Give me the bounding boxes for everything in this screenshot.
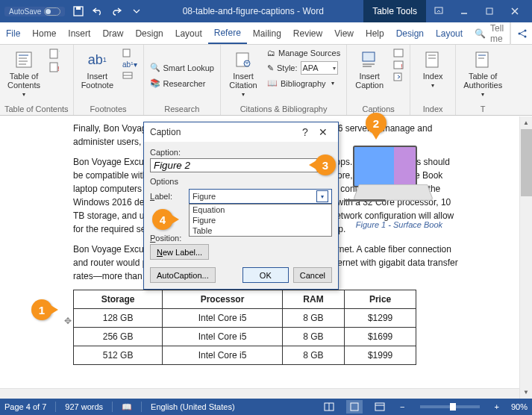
footnote-label: Insert Footnote bbox=[81, 72, 113, 90]
group-label-index: Index bbox=[415, 103, 451, 115]
spec-table[interactable]: Storage Processor RAM Price 128 GBIntel … bbox=[73, 290, 416, 365]
toc-button[interactable]: Table of Contents ▾ bbox=[4, 48, 43, 103]
scroll-thumb[interactable] bbox=[521, 129, 532, 196]
share-icon[interactable] bbox=[510, 22, 532, 45]
svg-rect-1 bbox=[76, 7, 81, 10]
zoom-slider[interactable] bbox=[420, 405, 480, 408]
tab-help[interactable]: Help bbox=[360, 22, 390, 44]
tab-view[interactable]: View bbox=[328, 22, 360, 44]
callout-3: 3 bbox=[315, 155, 336, 175]
search-icon: 🔍 bbox=[475, 28, 486, 39]
print-layout-icon[interactable] bbox=[346, 400, 363, 414]
svg-text:+: + bbox=[59, 49, 60, 54]
vertical-scrollbar[interactable]: ▲ ▼ bbox=[519, 116, 532, 399]
tab-table-layout[interactable]: Layout bbox=[430, 22, 469, 44]
tab-table-design[interactable]: Design bbox=[390, 22, 430, 44]
group-label-toc: Table of Contents bbox=[4, 103, 69, 115]
next-footnote-button[interactable]: ab¹▾ bbox=[121, 60, 138, 69]
insert-citation-button[interactable]: Insert Citation ▾ bbox=[225, 48, 261, 103]
proofing-icon[interactable]: 📖 bbox=[122, 402, 132, 412]
autocaption-button[interactable]: AutoCaption... bbox=[150, 267, 216, 283]
update-toc-button[interactable]: ! bbox=[48, 61, 61, 73]
zoom-out-button[interactable]: − bbox=[397, 402, 407, 411]
pen-icon: ✎ bbox=[267, 63, 274, 73]
autosave-toggle-switch[interactable] bbox=[44, 7, 60, 16]
insert-footnote-button[interactable]: ab1 Insert Footnote bbox=[78, 48, 116, 103]
insert-endnote-button[interactable] bbox=[121, 48, 138, 58]
zoom-in-button[interactable]: + bbox=[492, 402, 502, 411]
group-captions: Insert Caption ! Captions bbox=[347, 45, 410, 115]
web-layout-icon[interactable] bbox=[372, 400, 388, 414]
undo-icon[interactable] bbox=[92, 5, 104, 17]
label-combobox[interactable]: Figure ▾ bbox=[189, 189, 332, 204]
show-notes-button[interactable] bbox=[121, 71, 138, 80]
label-option[interactable]: Table bbox=[190, 225, 331, 236]
scroll-down-icon[interactable]: ▼ bbox=[520, 386, 532, 399]
horizontal-scrollbar[interactable] bbox=[0, 388, 519, 399]
tab-review[interactable]: Review bbox=[287, 22, 328, 44]
dialog-close-button[interactable]: ✕ bbox=[314, 126, 332, 138]
status-word-count[interactable]: 927 words bbox=[65, 402, 103, 411]
citation-label: Insert Citation bbox=[229, 72, 257, 90]
tab-home[interactable]: Home bbox=[26, 22, 62, 44]
manage-sources-button[interactable]: 🗂Manage Sources bbox=[266, 48, 342, 58]
tell-me-search[interactable]: 🔍 Tell me bbox=[469, 22, 510, 44]
tab-file[interactable]: File bbox=[0, 22, 26, 44]
label-option[interactable]: Figure bbox=[190, 215, 331, 225]
toc-label: Table of Contents bbox=[7, 72, 40, 90]
citation-style-combo[interactable]: APA▾ bbox=[301, 61, 338, 75]
toa-icon bbox=[472, 49, 493, 70]
group-toa: Table of Authorities ▾ T bbox=[456, 45, 510, 115]
bibliography-button[interactable]: 📖Bibliography▾ bbox=[266, 78, 342, 89]
chevron-down-icon[interactable]: ▾ bbox=[316, 190, 328, 202]
new-label-button[interactable]: New Label... bbox=[150, 244, 209, 260]
caption-dialog: Caption ? ✕ Caption: Options Label: Figu… bbox=[143, 122, 339, 290]
callout-4: 4 bbox=[152, 209, 173, 230]
autosave-toggle[interactable]: AutoSave bbox=[4, 7, 65, 16]
tab-draw[interactable]: Draw bbox=[96, 22, 129, 44]
ribbon-body: Table of Contents ▾ + ! Table of Content… bbox=[0, 45, 532, 116]
researcher-button[interactable]: 📚Researcher bbox=[148, 78, 216, 89]
scroll-up-icon[interactable]: ▲ bbox=[520, 116, 532, 129]
add-text-button[interactable]: + bbox=[48, 48, 61, 60]
close-icon[interactable] bbox=[502, 0, 528, 22]
qat-dropdown-icon[interactable] bbox=[131, 5, 143, 17]
index-label: Index bbox=[423, 72, 443, 81]
zoom-level[interactable]: 90% bbox=[511, 402, 528, 411]
ok-button[interactable]: OK bbox=[242, 267, 289, 283]
status-language[interactable]: English (United States) bbox=[151, 402, 235, 411]
svg-text:!: ! bbox=[401, 63, 403, 69]
label-option[interactable]: Equation bbox=[190, 205, 331, 215]
dialog-help-button[interactable]: ? bbox=[296, 126, 314, 138]
update-tof-button[interactable]: ! bbox=[392, 60, 405, 70]
label-combo-value: Figure bbox=[193, 192, 216, 201]
insert-tof-button[interactable] bbox=[392, 48, 405, 58]
cancel-button[interactable]: Cancel bbox=[293, 267, 332, 283]
caption-label: Insert Caption bbox=[355, 72, 384, 90]
tab-insert[interactable]: Insert bbox=[62, 22, 96, 44]
read-mode-icon[interactable] bbox=[321, 400, 337, 414]
redo-icon[interactable] bbox=[111, 5, 123, 17]
table-move-handle-icon[interactable]: ✥ bbox=[64, 316, 72, 326]
tab-references[interactable]: Refere bbox=[208, 22, 247, 44]
maximize-icon[interactable] bbox=[477, 0, 502, 22]
svg-rect-26 bbox=[394, 49, 403, 57]
svg-text:!: ! bbox=[57, 65, 60, 72]
tab-design[interactable]: Design bbox=[129, 22, 169, 44]
caption-text-input[interactable] bbox=[150, 158, 332, 172]
table-header: Price bbox=[345, 290, 416, 309]
tab-mailings[interactable]: Mailing bbox=[247, 22, 287, 44]
tab-layout[interactable]: Layout bbox=[169, 22, 208, 44]
smart-lookup-button[interactable]: 🔍Smart Lookup bbox=[148, 62, 216, 73]
cross-reference-button[interactable] bbox=[392, 72, 405, 82]
save-icon[interactable] bbox=[72, 5, 84, 17]
status-page[interactable]: Page 4 of 7 bbox=[4, 402, 46, 411]
caption-field-label: Caption: bbox=[150, 148, 332, 157]
minimize-icon[interactable] bbox=[451, 0, 477, 22]
index-button[interactable]: Index ▾ bbox=[415, 48, 451, 103]
toa-button[interactable]: Table of Authorities ▾ bbox=[460, 48, 505, 103]
label-dropdown-list: Equation Figure Table bbox=[189, 204, 332, 237]
insert-caption-button[interactable]: Insert Caption bbox=[351, 48, 387, 103]
ribbon-collapse-icon[interactable] bbox=[426, 0, 451, 22]
group-citations: Insert Citation ▾ 🗂Manage Sources ✎ Styl… bbox=[221, 45, 347, 115]
